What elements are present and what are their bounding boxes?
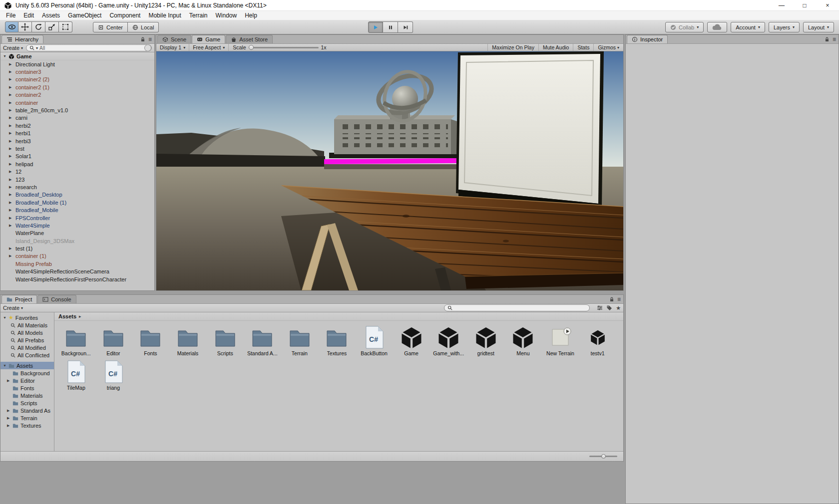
asset-item[interactable]: C# TileMap [57, 359, 95, 391]
expand-arrow-icon[interactable]: ▶ [9, 170, 11, 174]
asset-item[interactable]: Fonts [132, 325, 169, 356]
hierarchy-search-box[interactable]: ▾ [26, 44, 152, 51]
hierarchy-item[interactable]: ▶container2 (1) [0, 83, 154, 91]
expand-arrow-icon[interactable]: ▶ [9, 77, 11, 81]
saved-search-icon[interactable]: ★ [616, 305, 621, 311]
tab-game[interactable]: Game [192, 35, 225, 43]
icon-zoom-slider[interactable] [589, 456, 617, 457]
search-by-label-icon[interactable] [606, 305, 612, 311]
account-dropdown[interactable]: Account ▾ [731, 22, 765, 32]
hierarchy-item[interactable]: ▶123 [0, 176, 154, 183]
display-dropdown[interactable]: Display 1 ▾ [156, 44, 189, 51]
expand-arrow-icon[interactable]: ▶ [9, 247, 11, 251]
tree-folder[interactable]: ▶Standard As [0, 407, 54, 414]
expand-arrow-icon[interactable]: ▶ [9, 70, 11, 74]
menu-terrain[interactable]: Terrain [185, 11, 212, 20]
layers-dropdown[interactable]: Layers ▾ [769, 22, 800, 32]
hierarchy-item[interactable]: ▶Broadleaf_Desktop [0, 191, 154, 199]
menu-file[interactable]: File [2, 11, 19, 20]
expand-arrow-icon[interactable]: ▶ [9, 101, 11, 105]
asset-item[interactable]: Terrain [281, 325, 319, 356]
asset-item[interactable]: testv1 [579, 325, 616, 356]
collapse-arrow-icon[interactable]: ▼ [3, 364, 6, 367]
asset-item[interactable]: Materials [169, 325, 207, 356]
expand-arrow-icon[interactable]: ▶ [9, 224, 11, 228]
hierarchy-item[interactable]: ▶12 [0, 168, 154, 175]
expand-arrow-icon[interactable]: ▶ [9, 139, 11, 143]
expand-arrow-icon[interactable]: ▶ [9, 131, 11, 135]
search-filter-arrow-icon[interactable]: ▾ [36, 46, 38, 50]
expand-arrow-icon[interactable]: ▶ [9, 62, 11, 66]
expand-arrow-icon[interactable]: ▶ [9, 93, 11, 97]
hierarchy-item[interactable]: ▶herbi3 [0, 137, 154, 145]
play-button[interactable] [368, 21, 383, 33]
hand-tool-button[interactable] [5, 21, 18, 32]
tree-folder[interactable]: ▶Textures [0, 422, 54, 429]
tab-project[interactable]: Project [1, 295, 37, 303]
layout-dropdown[interactable]: Layout ▾ [803, 22, 834, 32]
expand-arrow-icon[interactable]: ▶ [9, 178, 11, 182]
hierarchy-item[interactable]: ▶Water4Simple [0, 222, 154, 229]
pause-button[interactable] [383, 21, 398, 33]
hierarchy-item[interactable]: ▶herbi2 [0, 122, 154, 129]
expand-arrow-icon[interactable]: ▶ [9, 201, 11, 205]
panel-menu-icon[interactable]: ≡ [617, 296, 621, 302]
maximize-on-play-button[interactable]: Maximize On Play [487, 44, 538, 51]
lock-icon[interactable] [609, 297, 614, 302]
asset-item[interactable]: Game_with... [430, 325, 467, 356]
collapse-arrow-icon[interactable]: ▼ [3, 54, 6, 58]
project-search-input[interactable] [454, 305, 586, 311]
expand-arrow-icon[interactable]: ▶ [7, 416, 9, 420]
tab-asset-store[interactable]: Asset Store [226, 35, 273, 43]
asset-item[interactable]: gridtest [467, 325, 505, 356]
gizmos-dropdown[interactable]: Gizmos▾ [593, 44, 623, 51]
favorite-item[interactable]: All Materials [0, 321, 54, 329]
panel-menu-icon[interactable]: ≡ [148, 36, 152, 42]
menu-mobile-input[interactable]: Mobile Input [144, 11, 185, 20]
hierarchy-item[interactable]: ▶container2 (2) [0, 76, 154, 83]
asset-item[interactable]: Backgroun... [57, 325, 95, 356]
tab-inspector[interactable]: Inspector [627, 35, 668, 43]
scale-slider[interactable] [249, 47, 319, 48]
project-search-box[interactable] [444, 304, 590, 311]
expand-arrow-icon[interactable]: ▶ [7, 409, 9, 413]
expand-arrow-icon[interactable]: ▶ [9, 116, 11, 120]
expand-arrow-icon[interactable]: ▶ [9, 154, 11, 158]
icon-zoom-slider-knob[interactable] [601, 454, 606, 459]
hierarchy-item[interactable]: ▶container3 [0, 68, 154, 75]
asset-item[interactable]: Editor [95, 325, 132, 356]
favorite-item[interactable]: All Prefabs [0, 336, 54, 344]
hierarchy-item[interactable]: ▶FPSController [0, 214, 154, 222]
step-button[interactable] [398, 21, 413, 33]
collapse-arrow-icon[interactable]: ▼ [3, 316, 6, 319]
hierarchy-item[interactable]: Water4SimpleReflectionFirstPersonCharact… [0, 275, 154, 283]
breadcrumb-label[interactable]: Assets [58, 313, 76, 319]
hierarchy-item[interactable]: Missing Prefab [0, 260, 154, 267]
rotate-tool-button[interactable] [32, 21, 45, 32]
tree-folder[interactable]: ▶Editor [0, 377, 54, 384]
asset-item[interactable]: C# BackButton [356, 325, 393, 356]
hierarchy-item[interactable]: Water4SimpleReflectionSceneCamera [0, 268, 154, 275]
hierarchy-item[interactable]: ▶research [0, 183, 154, 191]
hierarchy-create-button[interactable]: Create ▾ [3, 45, 23, 51]
expand-arrow-icon[interactable]: ▶ [9, 85, 11, 89]
hierarchy-item[interactable]: ▶carni [0, 114, 154, 122]
expand-arrow-icon[interactable]: ▶ [9, 185, 11, 189]
hierarchy-item[interactable]: Island_Design_3DSMax [0, 237, 154, 245]
hierarchy-item[interactable]: ▶container (1) [0, 252, 154, 260]
move-tool-button[interactable] [18, 21, 32, 32]
hierarchy-item[interactable]: ▶Solar1 [0, 153, 154, 160]
hierarchy-item[interactable]: ▶container [0, 99, 154, 106]
expand-arrow-icon[interactable]: ▶ [9, 208, 11, 212]
tab-console[interactable]: Console [37, 295, 76, 303]
asset-item[interactable]: C# triang [95, 359, 132, 391]
minimize-button[interactable]: — [770, 0, 793, 10]
asset-item[interactable]: Game [393, 325, 430, 356]
menu-help[interactable]: Help [241, 11, 261, 20]
tree-assets-root[interactable]: ▼ Assets [0, 362, 54, 369]
scale-slider-knob[interactable] [249, 45, 254, 50]
tree-folder[interactable]: Scripts [0, 399, 54, 407]
tree-folder[interactable]: ▶Terrain [0, 414, 54, 422]
hierarchy-item[interactable]: ▶Broadleaf_Mobile (1) [0, 199, 154, 206]
asset-item[interactable]: Textures [318, 325, 356, 356]
